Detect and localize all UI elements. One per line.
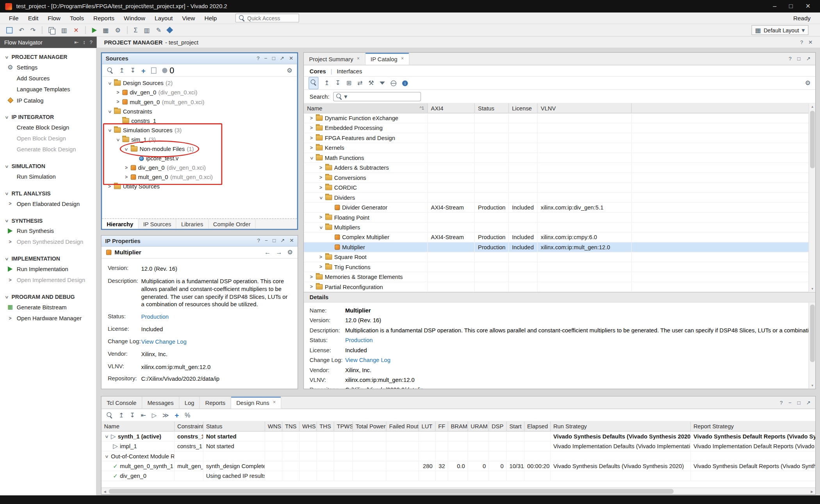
catalog-row[interactable]: Floating Point (304, 213, 815, 222)
collapse-all-icon[interactable] (119, 412, 124, 418)
tab-tcl-console[interactable]: Tcl Console (102, 397, 142, 409)
catalog-row-math-functions[interactable]: Math Functions (304, 153, 815, 163)
column-axi4[interactable]: AXI4 (428, 103, 475, 113)
tree-row-div-gen-sim[interactable]: div_gen_0 (div_gen_0.xci) (102, 163, 297, 172)
minimize-icon[interactable] (773, 3, 776, 9)
tree-row-non-module-files[interactable]: Non-module Files (1) (102, 144, 297, 154)
scroll-down-arrow[interactable] (809, 382, 816, 389)
tree-row-mult-gen-sim[interactable]: mult_gen_0 (mult_gen_0.xci) (102, 172, 297, 182)
run-row-div-gen[interactable]: div_gen_0 Using cached IP results (102, 471, 815, 481)
tree-row-simulation-sources[interactable]: Simulation Sources (3) (102, 125, 297, 135)
search-icon[interactable] (107, 67, 113, 73)
undo-icon[interactable] (19, 27, 24, 33)
expand-all-icon[interactable] (130, 412, 135, 418)
catalog-row-multipliers[interactable]: Multipliers (304, 223, 815, 232)
view-change-log-link[interactable]: View Change Log (141, 338, 187, 346)
sidebar-item-open-elaborated-design[interactable]: Open Elaborated Design (0, 198, 96, 209)
tree-row-mult-gen[interactable]: mult_gen_0 (mult_gen_0.xci) (102, 97, 297, 106)
sidebar-item-run-implementation[interactable]: Run Implementation (0, 263, 96, 274)
scroll-down-arrow[interactable] (809, 286, 816, 292)
float-icon[interactable] (280, 238, 285, 243)
scroll-up-arrow[interactable] (809, 103, 816, 110)
maximize-icon[interactable] (789, 3, 793, 9)
maximize-icon[interactable] (797, 56, 800, 61)
column-license[interactable]: License (509, 103, 538, 113)
catalog-row[interactable]: Adders & Subtracters (304, 163, 815, 173)
help-icon[interactable] (800, 39, 803, 44)
column-vlnv[interactable]: VLNV (538, 103, 632, 113)
run-row-ooc-group[interactable]: Out-of-Context Module Runs (102, 451, 815, 461)
menu-window[interactable]: Window (119, 15, 150, 21)
view-cores[interactable]: Cores (310, 67, 326, 74)
float-icon[interactable] (806, 400, 811, 405)
minimize-icon[interactable] (265, 238, 268, 243)
scrollbar-thumb[interactable] (810, 305, 815, 362)
launch-runs-icon[interactable] (152, 412, 157, 418)
scrollbar-thumb[interactable] (810, 111, 815, 168)
sidebar-item-add-sources[interactable]: Add Sources (0, 73, 96, 83)
catalog-row[interactable]: Square Root (304, 252, 815, 262)
board-icon[interactable] (103, 27, 109, 33)
catalog-search-box[interactable] (333, 92, 421, 101)
menu-edit[interactable]: Edit (23, 15, 43, 21)
section-header-ip-integrator[interactable]: IP INTEGRATOR (0, 112, 96, 122)
save-icon[interactable] (6, 27, 12, 33)
tree-row-constrs-1[interactable]: constrs_1 (102, 116, 297, 125)
menu-flow[interactable]: Flow (43, 15, 65, 21)
catalog-row[interactable]: Memories & Storage Elements (304, 272, 815, 282)
tab-hierarchy[interactable]: Hierarchy (102, 219, 138, 229)
section-header-implementation[interactable]: IMPLEMENTATION (0, 254, 96, 263)
sidebar-item-settings[interactable]: Settings (0, 62, 96, 73)
tree-row-design-sources[interactable]: Design Sources (2) (102, 78, 297, 88)
sidebar-item-language-templates[interactable]: Language Templates (0, 83, 96, 94)
tab-ip-sources[interactable]: IP Sources (139, 219, 176, 229)
gear-icon[interactable] (115, 27, 120, 33)
search-icon[interactable] (106, 412, 113, 418)
catalog-row-complex-multiplier[interactable]: Complex Multiplier AXI4-Stream Productio… (304, 232, 815, 242)
add-sources-icon[interactable] (141, 67, 146, 74)
tree-row-ipcore-test[interactable]: ipcore_test.v (102, 154, 297, 163)
sidebar-item-generate-bitstream[interactable]: Generate Bitstream (0, 302, 96, 312)
help-icon[interactable] (780, 400, 783, 405)
view-interfaces[interactable]: Interfaces (337, 67, 362, 74)
minimize-icon[interactable] (264, 56, 267, 61)
search-icon[interactable] (308, 77, 318, 89)
menu-tools[interactable]: Tools (65, 15, 89, 21)
maximize-icon[interactable] (273, 238, 276, 243)
reset-runs-icon[interactable] (141, 412, 146, 418)
sidebar-item-generate-block-design[interactable]: Generate Block Design (0, 144, 96, 154)
redo-icon[interactable] (30, 27, 36, 33)
close-icon[interactable] (808, 39, 813, 44)
restore-default-view-icon[interactable] (357, 80, 362, 86)
section-header-project-manager[interactable]: PROJECT MANAGER (0, 52, 96, 62)
run-row-synth-1[interactable]: synth_1 (active) constrs_1 Not started V… (102, 431, 815, 441)
section-header-simulation[interactable]: SIMULATION (0, 161, 96, 171)
tab-design-runs[interactable]: Design Runs (231, 397, 282, 409)
copy-icon[interactable] (49, 27, 55, 33)
delete-icon[interactable] (73, 27, 78, 33)
catalog-search-input[interactable] (349, 93, 418, 99)
expand-all-icon[interactable] (335, 80, 340, 86)
help-icon[interactable] (257, 238, 260, 243)
close-tab-icon[interactable] (401, 57, 404, 61)
menu-view[interactable]: View (177, 15, 200, 21)
section-header-synthesis[interactable]: SYNTHESIS (0, 216, 96, 225)
tree-row-utility-sources[interactable]: Utility Sources (102, 182, 297, 191)
catalog-row-dividers[interactable]: Dividers (304, 193, 815, 202)
run-row-mult-gen-synth[interactable]: mult_gen_0_synth_1 mult_gen_0 synth_desi… (102, 461, 815, 471)
close-icon[interactable] (289, 56, 293, 61)
sidebar-item-open-block-design[interactable]: Open Block Design (0, 133, 96, 144)
help-icon[interactable] (257, 56, 259, 61)
close-icon[interactable] (805, 3, 810, 9)
section-header-rtl-analysis[interactable]: RTL ANALYSIS (0, 188, 96, 198)
info-icon[interactable] (402, 80, 408, 86)
scrollbar-thumb[interactable] (109, 489, 674, 494)
close-tab-icon[interactable] (273, 400, 276, 405)
section-header-program-debug[interactable]: PROGRAM AND DEBUG (0, 292, 96, 302)
collapse-all-icon[interactable] (119, 67, 124, 73)
catalog-row[interactable]: Conversions (304, 173, 815, 183)
maximize-icon[interactable] (797, 400, 800, 405)
create-run-icon[interactable] (175, 412, 179, 419)
tree-row-sim-1[interactable]: sim_1 (3) (102, 135, 297, 144)
catalog-row-divider-generator[interactable]: Divider Generator AXI4-Stream Production… (304, 203, 815, 213)
